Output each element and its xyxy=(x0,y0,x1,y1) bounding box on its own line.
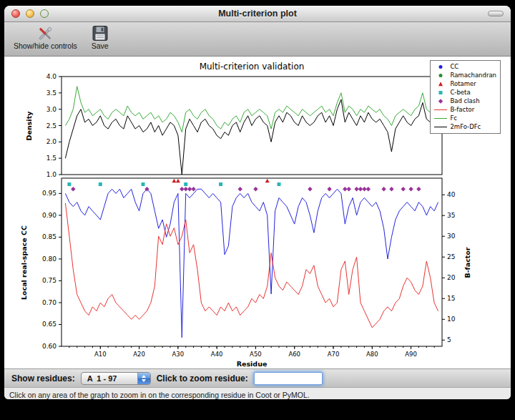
marker-square xyxy=(219,182,222,186)
bottom-ylabel: Local real-space CC xyxy=(20,225,28,300)
top-ylabel: Density xyxy=(25,111,33,141)
tick-label: 0.65 xyxy=(42,321,57,328)
controls-bar: Show residues: A 1 - 97 Click to zoom re… xyxy=(4,368,511,387)
residue-range-value: A 1 - 97 xyxy=(82,374,117,383)
marker-square xyxy=(99,182,102,186)
tick-label: A60 xyxy=(288,351,300,358)
legend-label: Rotamer xyxy=(450,80,476,87)
legend: CCRamachandranRotamerC-betaBad clashB-fa… xyxy=(430,60,501,134)
legend-label: C-beta xyxy=(450,89,470,96)
tick-label: 0.80 xyxy=(42,255,57,263)
status-text: Click on any area of the graph to zoom i… xyxy=(9,391,310,399)
tick-label: 10 xyxy=(447,316,456,323)
tick-label: 1.0 xyxy=(46,171,57,178)
titlebar[interactable]: Multi-criterion plot xyxy=(4,6,511,22)
marker-square xyxy=(278,182,281,186)
tick-label: 0.60 xyxy=(42,343,57,350)
window-title: Multi-criterion plot xyxy=(4,6,511,21)
tick-label: 0.95 xyxy=(42,190,57,197)
stepper-up-icon xyxy=(142,375,146,378)
figure-title: Multi-criterion validation xyxy=(200,62,305,72)
tick-label: 1.5 xyxy=(46,155,57,162)
legend-item: 2mFo-DFc xyxy=(433,122,496,131)
show-hide-controls-button[interactable]: Show/hide controls xyxy=(10,24,81,51)
tick-label: A10 xyxy=(94,351,107,358)
tick-label: A70 xyxy=(328,351,340,358)
tick-label: 15 xyxy=(447,295,455,302)
save-button[interactable]: Save xyxy=(88,24,112,51)
stepper-down-icon xyxy=(142,379,146,382)
marker-square xyxy=(184,182,187,186)
residue-range-select[interactable]: A 1 - 97 xyxy=(81,372,151,385)
tick-label: A50 xyxy=(250,351,262,358)
legend-label: 2mFo-DFc xyxy=(450,123,481,130)
legend-label: Fc xyxy=(450,114,457,122)
zoom-residue-label: Click to zoom residue: xyxy=(157,373,248,384)
multi-criterion-plot-window: Multi-criterion plot xyxy=(4,6,511,399)
tick-label: 2.5 xyxy=(46,122,57,130)
tick-label: A40 xyxy=(211,351,223,358)
tick-label: 20 xyxy=(447,274,456,281)
tick-label: 0.90 xyxy=(42,212,57,219)
tick-label: 40 xyxy=(447,191,456,198)
save-label: Save xyxy=(92,41,109,50)
tick-label: 3.0 xyxy=(46,106,57,113)
tick-label: 3.5 xyxy=(46,89,57,97)
screen: Multi-criterion plot xyxy=(0,0,515,420)
tick-label: 0.75 xyxy=(42,277,57,284)
plot-canvas[interactable]: 1.01.52.02.53.03.54.00.600.650.700.750.8… xyxy=(4,57,511,368)
legend-label: CC xyxy=(450,63,458,70)
xlabel: Residue xyxy=(237,360,268,368)
toolbar: Show/hide controls Save xyxy=(4,22,511,57)
tick-label: 5 xyxy=(447,336,451,343)
status-bar: Click on any area of the graph to zoom i… xyxy=(4,387,511,399)
legend-label: B-factor xyxy=(450,106,474,113)
marker-square xyxy=(67,182,71,186)
legend-label: Ramachandran xyxy=(450,72,496,79)
tick-label: A90 xyxy=(405,351,417,358)
tick-label: 4.0 xyxy=(46,73,57,80)
tick-label: 2.0 xyxy=(46,138,57,145)
legend-line-icon xyxy=(433,120,448,133)
save-icon xyxy=(92,24,108,42)
bottom-plot-box[interactable] xyxy=(62,178,442,346)
tick-label: 30 xyxy=(447,233,456,240)
tick-label: A80 xyxy=(366,351,378,358)
tick-label: A30 xyxy=(172,351,185,358)
tick-label: 25 xyxy=(447,253,455,260)
legend-label: Bad clash xyxy=(450,97,479,104)
toolbar-toggle-capsule-button[interactable] xyxy=(488,11,504,16)
tick-label: A20 xyxy=(133,351,145,358)
zoom-residue-input[interactable] xyxy=(254,372,323,385)
tools-icon xyxy=(36,24,54,42)
marker-square xyxy=(142,182,145,186)
show-hide-controls-label: Show/hide controls xyxy=(14,41,77,50)
tick-label: 0.85 xyxy=(42,233,57,240)
tick-label: 35 xyxy=(447,212,455,219)
right-ylabel: B-factor xyxy=(464,247,471,278)
tick-label: 0.70 xyxy=(42,299,57,306)
stepper-icon[interactable] xyxy=(137,373,150,384)
show-residues-label: Show residues: xyxy=(11,373,75,384)
